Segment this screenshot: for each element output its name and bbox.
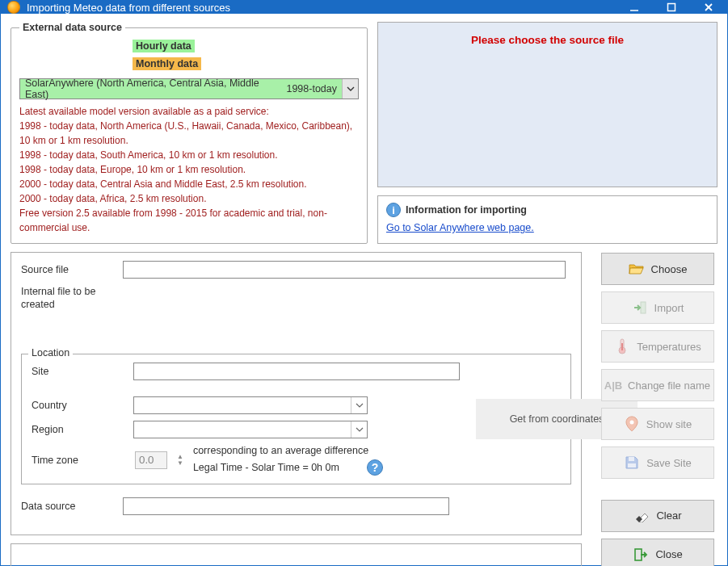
import-icon [632,300,648,316]
location-legend: Location [28,347,73,358]
source-combo-name: SolarAnywhere (North America, Central As… [20,78,281,100]
choose-button-label: Choose [651,263,688,275]
choose-button[interactable]: Choose [601,253,714,285]
folder-open-icon [629,261,645,277]
svg-rect-4 [641,302,646,313]
country-select[interactable] [133,396,368,414]
maximize-button[interactable] [653,1,690,14]
timezone-equation: Legal Time - Solar Time = 0h 0m [193,462,339,473]
timezone-label: Time zone [32,455,125,466]
show-site-button-label: Show site [646,418,692,430]
svg-rect-10 [628,463,636,467]
site-label: Site [32,366,125,377]
show-site-button[interactable]: Show site [601,408,714,440]
temperatures-button-label: Temperatures [637,341,701,353]
svg-rect-1 [668,4,675,11]
source-file-label: Source file [21,264,115,275]
info-title-text: Information for importing [406,204,527,216]
location-group: Location Site Country [21,354,571,484]
source-description: Latest available model version available… [19,104,359,235]
info-icon: i [386,203,401,217]
save-site-button-label: Save Site [646,457,692,469]
thermometer-icon [614,338,630,354]
site-input[interactable] [133,363,460,380]
region-label: Region [32,424,125,435]
window-controls [616,1,727,14]
timezone-note: corresponding to an average difference [193,445,460,456]
svg-rect-11 [635,549,642,560]
file-and-location-panel: Source file Internal file to be created … [11,252,582,535]
data-source-label: Data source [21,501,115,512]
window-frame: Importing Meteo data from different sour… [0,0,728,566]
external-data-source-group: External data source Hourly data Monthly… [11,22,368,244]
chevron-down-icon: ▼ [177,460,183,467]
app-icon [7,1,20,14]
desc-line: 2000 - today data, Africa, 2.5 km resolu… [19,191,359,206]
change-file-name-button-label: Change file name [628,379,710,392]
save-site-button[interactable]: Save Site [601,447,714,479]
source-file-input[interactable] [123,261,566,279]
svg-rect-7 [621,343,623,350]
exit-icon [633,547,649,563]
chevron-down-icon [351,397,367,413]
status-bar [11,543,582,567]
message-text: Please choose the source file [471,34,624,46]
desc-line: Free version 2.5 available from 1998 - 2… [19,206,359,235]
window-title: Importing Meteo data from different sour… [27,2,616,14]
desc-line: 1998 - today data, North America (U.S., … [19,119,359,148]
message-panel: Please choose the source file [377,22,717,187]
region-select[interactable] [133,421,368,438]
source-combo-range: 1998-today [281,83,342,94]
external-data-source-legend: External data source [19,22,125,33]
close-dialog-button[interactable]: Close [601,539,714,567]
info-panel: i Information for importing Go to Solar … [377,195,717,244]
monthly-data-label: Monthly data [133,57,201,70]
timezone-spinner[interactable]: ▲▼ [177,454,183,467]
svg-rect-9 [629,457,634,461]
location-pin-icon [624,416,640,432]
help-icon[interactable]: ? [367,459,383,476]
import-button[interactable]: Import [601,291,714,324]
desc-line: 2000 - today data, Central Asia and Midd… [19,177,359,191]
close-button[interactable] [690,1,727,14]
chevron-down-icon [351,421,367,438]
desc-line: 1998 - today data, Europe, 10 km or 1 km… [19,162,359,177]
titlebar: Importing Meteo data from different sour… [1,1,727,14]
rename-icon: A|B [605,377,621,393]
hourly-data-label: Hourly data [133,40,195,52]
country-label: Country [32,400,125,411]
info-link[interactable]: Go to Solar Anywhere web page. [386,222,534,233]
chevron-down-icon [342,79,358,99]
close-dialog-button-label: Close [655,548,682,560]
desc-line: 1998 - today data, South America, 10 km … [19,148,359,162]
source-combo[interactable]: SolarAnywhere (North America, Central As… [19,78,359,99]
save-icon [624,455,640,471]
import-button-label: Import [654,302,684,314]
minimize-button[interactable] [616,1,653,14]
temperatures-button[interactable]: Temperatures [601,330,714,363]
data-source-input[interactable] [123,497,449,515]
svg-point-8 [629,421,633,425]
clear-button-label: Clear [656,509,681,522]
timezone-input[interactable] [135,451,167,469]
eraser-icon [633,508,650,524]
desc-line: Latest available model version available… [19,104,359,119]
clear-button[interactable]: Clear [601,500,714,532]
internal-file-label: Internal file to be created [21,285,115,312]
change-file-name-button[interactable]: A|B Change file name [601,369,714,401]
